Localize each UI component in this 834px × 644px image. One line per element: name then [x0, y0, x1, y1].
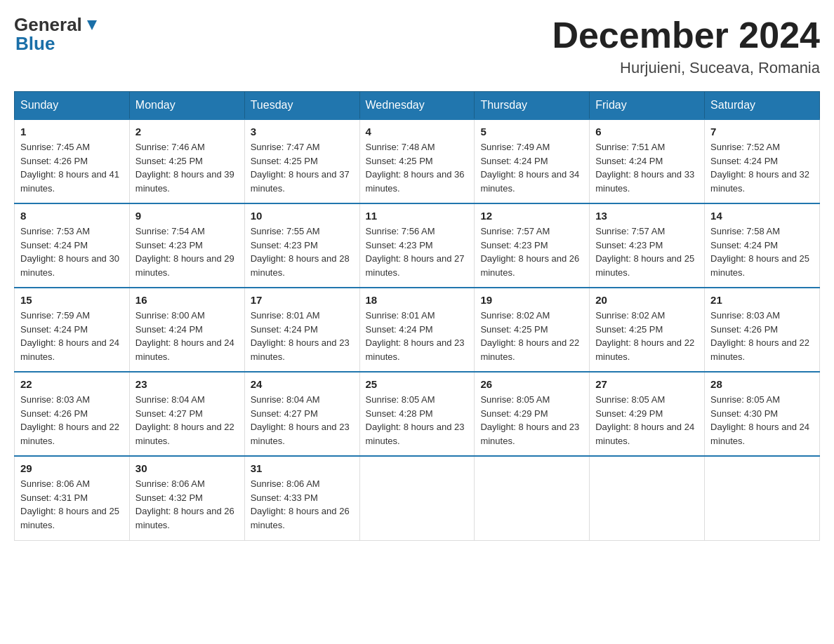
- day-number: 19: [480, 294, 583, 306]
- day-info: Sunrise: 7:54 AMSunset: 4:23 PMDaylight:…: [135, 224, 239, 279]
- day-info: Sunrise: 7:51 AMSunset: 4:24 PMDaylight:…: [595, 140, 699, 195]
- day-number: 1: [20, 126, 124, 137]
- day-number: 24: [251, 378, 354, 390]
- day-number: 7: [710, 126, 814, 137]
- day-info: Sunrise: 7:56 AMSunset: 4:23 PMDaylight:…: [366, 224, 469, 279]
- calendar-week-row: 1Sunrise: 7:45 AMSunset: 4:26 PMDaylight…: [15, 119, 820, 203]
- day-number: 6: [595, 126, 699, 137]
- day-info: Sunrise: 7:46 AMSunset: 4:25 PMDaylight:…: [135, 140, 239, 195]
- page-header: General Blue December 2024 Hurjuieni, Su…: [14, 14, 820, 77]
- day-info: Sunrise: 8:05 AMSunset: 4:28 PMDaylight:…: [366, 393, 469, 448]
- calendar-cell: 7Sunrise: 7:52 AMSunset: 4:24 PMDaylight…: [705, 119, 820, 203]
- day-number: 9: [135, 210, 239, 222]
- day-number: 3: [251, 126, 354, 137]
- calendar-cell: 30Sunrise: 8:06 AMSunset: 4:32 PMDayligh…: [129, 456, 244, 540]
- calendar-cell: 28Sunrise: 8:05 AMSunset: 4:30 PMDayligh…: [705, 372, 820, 456]
- day-info: Sunrise: 7:58 AMSunset: 4:24 PMDaylight:…: [710, 224, 814, 279]
- day-info: Sunrise: 8:00 AMSunset: 4:24 PMDaylight:…: [135, 309, 239, 363]
- day-number: 4: [366, 126, 469, 137]
- day-number: 17: [251, 294, 354, 306]
- day-number: 16: [135, 294, 239, 306]
- calendar-cell: 20Sunrise: 8:02 AMSunset: 4:25 PMDayligh…: [590, 288, 705, 372]
- column-header-tuesday: Tuesday: [244, 92, 359, 120]
- day-info: Sunrise: 8:06 AMSunset: 4:31 PMDaylight:…: [20, 477, 124, 532]
- column-header-friday: Friday: [590, 92, 705, 120]
- calendar-cell: 3Sunrise: 7:47 AMSunset: 4:25 PMDaylight…: [244, 119, 359, 203]
- calendar-cell: 11Sunrise: 7:56 AMSunset: 4:23 PMDayligh…: [359, 203, 475, 288]
- day-info: Sunrise: 7:53 AMSunset: 4:24 PMDaylight:…: [20, 224, 124, 279]
- day-info: Sunrise: 7:57 AMSunset: 4:23 PMDaylight:…: [595, 224, 699, 279]
- day-number: 26: [480, 378, 583, 390]
- day-info: Sunrise: 7:48 AMSunset: 4:25 PMDaylight:…: [366, 140, 469, 195]
- calendar-cell: 21Sunrise: 8:03 AMSunset: 4:26 PMDayligh…: [705, 288, 820, 372]
- day-number: 23: [135, 378, 239, 390]
- day-number: 18: [366, 294, 469, 306]
- day-info: Sunrise: 8:03 AMSunset: 4:26 PMDaylight:…: [20, 393, 124, 448]
- day-number: 15: [20, 294, 124, 306]
- calendar-cell: 17Sunrise: 8:01 AMSunset: 4:24 PMDayligh…: [244, 288, 359, 372]
- calendar-cell: [590, 456, 705, 540]
- calendar-cell: 19Sunrise: 8:02 AMSunset: 4:25 PMDayligh…: [475, 288, 590, 372]
- day-info: Sunrise: 8:02 AMSunset: 4:25 PMDaylight:…: [595, 309, 699, 363]
- logo-arrow-icon: [84, 18, 100, 33]
- day-info: Sunrise: 7:49 AMSunset: 4:24 PMDaylight:…: [480, 140, 583, 195]
- day-number: 20: [595, 294, 699, 306]
- day-number: 21: [710, 294, 814, 306]
- day-info: Sunrise: 8:03 AMSunset: 4:26 PMDaylight:…: [710, 309, 814, 363]
- calendar-week-row: 8Sunrise: 7:53 AMSunset: 4:24 PMDaylight…: [15, 203, 820, 288]
- calendar-cell: 27Sunrise: 8:05 AMSunset: 4:29 PMDayligh…: [590, 372, 705, 456]
- calendar-cell: 22Sunrise: 8:03 AMSunset: 4:26 PMDayligh…: [15, 372, 130, 456]
- day-info: Sunrise: 8:06 AMSunset: 4:33 PMDaylight:…: [251, 477, 354, 532]
- column-header-thursday: Thursday: [475, 92, 590, 120]
- day-info: Sunrise: 8:05 AMSunset: 4:29 PMDaylight:…: [480, 393, 583, 448]
- day-info: Sunrise: 7:47 AMSunset: 4:25 PMDaylight:…: [251, 140, 354, 195]
- day-number: 31: [251, 462, 354, 474]
- calendar-cell: 18Sunrise: 8:01 AMSunset: 4:24 PMDayligh…: [359, 288, 475, 372]
- calendar-cell: 4Sunrise: 7:48 AMSunset: 4:25 PMDaylight…: [359, 119, 475, 203]
- day-number: 10: [251, 210, 354, 222]
- calendar-cell: 12Sunrise: 7:57 AMSunset: 4:23 PMDayligh…: [475, 203, 590, 288]
- calendar-cell: 2Sunrise: 7:46 AMSunset: 4:25 PMDaylight…: [129, 119, 244, 203]
- day-number: 11: [366, 210, 469, 222]
- logo: General Blue: [14, 14, 100, 55]
- calendar-table: SundayMondayTuesdayWednesdayThursdayFrid…: [14, 91, 820, 541]
- column-header-sunday: Sunday: [15, 92, 130, 120]
- calendar-cell: 23Sunrise: 8:04 AMSunset: 4:27 PMDayligh…: [129, 372, 244, 456]
- calendar-cell: 31Sunrise: 8:06 AMSunset: 4:33 PMDayligh…: [244, 456, 359, 540]
- calendar-cell: 1Sunrise: 7:45 AMSunset: 4:26 PMDaylight…: [15, 119, 130, 203]
- calendar-week-row: 29Sunrise: 8:06 AMSunset: 4:31 PMDayligh…: [15, 456, 820, 540]
- calendar-cell: 14Sunrise: 7:58 AMSunset: 4:24 PMDayligh…: [705, 203, 820, 288]
- day-info: Sunrise: 7:52 AMSunset: 4:24 PMDaylight:…: [710, 140, 814, 195]
- calendar-cell: 25Sunrise: 8:05 AMSunset: 4:28 PMDayligh…: [359, 372, 475, 456]
- day-info: Sunrise: 8:01 AMSunset: 4:24 PMDaylight:…: [366, 309, 469, 363]
- day-info: Sunrise: 8:05 AMSunset: 4:30 PMDaylight:…: [710, 393, 814, 448]
- column-header-saturday: Saturday: [705, 92, 820, 120]
- calendar-cell: 16Sunrise: 8:00 AMSunset: 4:24 PMDayligh…: [129, 288, 244, 372]
- day-info: Sunrise: 8:01 AMSunset: 4:24 PMDaylight:…: [251, 309, 354, 363]
- calendar-cell: 15Sunrise: 7:59 AMSunset: 4:24 PMDayligh…: [15, 288, 130, 372]
- title-section: December 2024 Hurjuieni, Suceava, Romani…: [552, 14, 820, 77]
- calendar-cell: 6Sunrise: 7:51 AMSunset: 4:24 PMDaylight…: [590, 119, 705, 203]
- day-info: Sunrise: 7:57 AMSunset: 4:23 PMDaylight:…: [480, 224, 583, 279]
- day-number: 27: [595, 378, 699, 390]
- day-number: 29: [20, 462, 124, 474]
- calendar-week-row: 22Sunrise: 8:03 AMSunset: 4:26 PMDayligh…: [15, 372, 820, 456]
- day-number: 2: [135, 126, 239, 137]
- day-info: Sunrise: 7:55 AMSunset: 4:23 PMDaylight:…: [251, 224, 354, 279]
- calendar-cell: [705, 456, 820, 540]
- day-info: Sunrise: 7:45 AMSunset: 4:26 PMDaylight:…: [20, 140, 124, 195]
- day-info: Sunrise: 8:05 AMSunset: 4:29 PMDaylight:…: [595, 393, 699, 448]
- day-info: Sunrise: 8:06 AMSunset: 4:32 PMDaylight:…: [135, 477, 239, 532]
- calendar-cell: 5Sunrise: 7:49 AMSunset: 4:24 PMDaylight…: [475, 119, 590, 203]
- column-header-wednesday: Wednesday: [359, 92, 475, 120]
- month-title: December 2024: [552, 14, 820, 56]
- day-number: 13: [595, 210, 699, 222]
- day-number: 14: [710, 210, 814, 222]
- day-number: 12: [480, 210, 583, 222]
- calendar-header-row: SundayMondayTuesdayWednesdayThursdayFrid…: [15, 92, 820, 120]
- day-info: Sunrise: 8:02 AMSunset: 4:25 PMDaylight:…: [480, 309, 583, 363]
- day-number: 25: [366, 378, 469, 390]
- calendar-cell: 9Sunrise: 7:54 AMSunset: 4:23 PMDaylight…: [129, 203, 244, 288]
- day-number: 8: [20, 210, 124, 222]
- calendar-week-row: 15Sunrise: 7:59 AMSunset: 4:24 PMDayligh…: [15, 288, 820, 372]
